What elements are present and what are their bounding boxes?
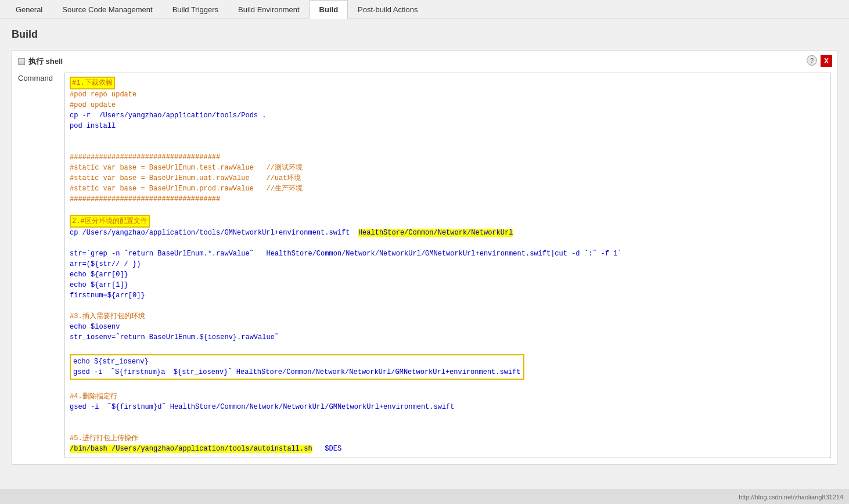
code-line-12: #################################### — [70, 194, 826, 204]
code-line-blank6 — [70, 412, 826, 423]
code-line-17: echo ${arr[0]} — [70, 269, 826, 280]
code-line-8: #################################### — [70, 152, 826, 163]
code-line-11: #static var base = BaseUrlEnum.prod.rawV… — [70, 183, 826, 194]
code-line-5: pod install — [70, 121, 826, 131]
tab-build[interactable]: Build — [310, 0, 348, 19]
section-title: 执行 shell — [28, 56, 63, 67]
tab-source-code-management[interactable]: Source Code Management — [52, 0, 162, 19]
page-title: Build — [12, 28, 837, 41]
code-line-blank3 — [70, 301, 826, 311]
nav-tabs: General Source Code Management Build Tri… — [0, 0, 849, 19]
code-line-15: str=`grep -n ˜return BaseUrlEnum.*.rawVa… — [70, 249, 826, 259]
code-line-14: cp /Users/yangzhao/application/tools/GMN… — [70, 228, 826, 238]
execute-shell-section: X ? 执行 shell Command #1.下载依赖 #pod repo u… — [12, 50, 837, 465]
code-line-blank4 — [70, 343, 826, 353]
code-line-27: #5.进行打包上传操作 — [70, 433, 826, 444]
code-line-18: echo ${arr[1]} — [70, 280, 826, 290]
code-line-blank2 — [70, 238, 826, 249]
tab-general[interactable]: General — [6, 0, 52, 19]
code-line-3: #pod update — [70, 100, 826, 110]
code-line-2: #pod repo update — [70, 89, 826, 100]
tab-build-triggers[interactable]: Build Triggers — [163, 0, 228, 19]
code-line-20: #3.插入需要打包的环境 — [70, 311, 826, 322]
section-header: 执行 shell — [18, 56, 831, 67]
code-area[interactable]: #1.下载依赖 #pod repo update #pod update cp … — [64, 73, 831, 458]
footer-bar: http://blog.csdn.net/zhaoliang831214 — [0, 489, 849, 500]
code-line-9: #static var base = BaseUrlEnum.test.rawV… — [70, 163, 826, 173]
close-button[interactable]: X — [821, 55, 832, 67]
code-line-25: #4.删除指定行 — [70, 391, 826, 402]
command-label: Command — [18, 73, 59, 458]
code-line-blank1 — [70, 204, 826, 215]
footer-url: http://blog.csdn.net/zhaoliang831214 — [739, 494, 843, 500]
code-line-21: echo $iosenv — [70, 322, 826, 332]
code-line-7 — [70, 142, 826, 152]
code-line-24: gsed -i ˜${firstnum}a ${str_iosenv}˜ Hea… — [73, 367, 521, 377]
code-line-10: #static var base = BaseUrlEnum.uat.rawVa… — [70, 173, 826, 183]
code-line-22: str_iosenv=˜return BaseUrlEnum.${iosenv}… — [70, 332, 826, 343]
code-line-28: /bin/bash /Users/yangzhao/application/to… — [70, 444, 826, 454]
tab-post-build-actions[interactable]: Post-build Actions — [348, 0, 427, 19]
code-line-6 — [70, 131, 826, 142]
page-content: Build X ? 执行 shell Command #1.下载依赖 #pod … — [0, 19, 849, 500]
code-line-23: echo ${str_iosenv} — [73, 357, 521, 367]
code-line-16: arr=(${str// / }) — [70, 259, 826, 269]
help-icon[interactable]: ? — [807, 55, 817, 66]
code-line-19: firstnum=${arr[0]} — [70, 290, 826, 301]
highlight-box-1: echo ${str_iosenv} gsed -i ˜${firstnum}a… — [70, 354, 524, 380]
section-header-icon — [18, 58, 25, 65]
code-line-blank5 — [70, 381, 826, 391]
tab-build-environment[interactable]: Build Environment — [228, 0, 310, 19]
code-line-1: #1.下载依赖 — [70, 77, 826, 89]
code-line-26: gsed -i ˜${firstnum}d˜ HealthStore/Commo… — [70, 402, 826, 412]
code-line-blank7 — [70, 423, 826, 433]
code-line-13: 2.#区分环境的配置文件 — [70, 215, 826, 228]
code-line-4: cp -r /Users/yangzhao/application/tools/… — [70, 110, 826, 121]
command-row: Command #1.下载依赖 #pod repo update #pod up… — [18, 73, 831, 458]
